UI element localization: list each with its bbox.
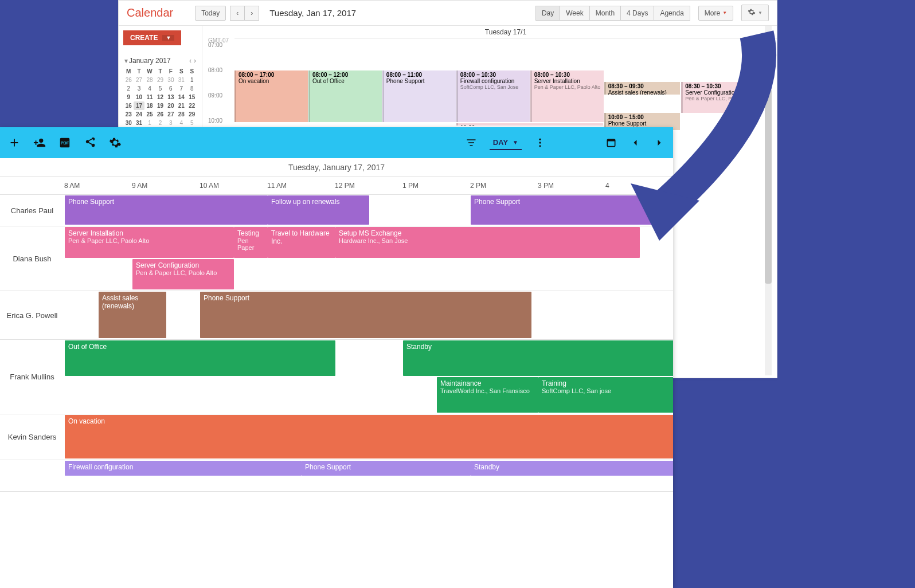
mini-day[interactable]: 13 [166, 93, 176, 101]
view-tab-month[interactable]: Month [589, 6, 621, 21]
view-tab-4days[interactable]: 4 Days [620, 6, 654, 21]
scheduler-event[interactable]: Phone Support [200, 292, 531, 338]
create-button[interactable]: CREATE ▼ [123, 30, 181, 45]
mini-day[interactable]: 3 [166, 119, 176, 127]
mini-day[interactable]: 11 [144, 93, 155, 101]
mini-day[interactable]: 28 [176, 110, 186, 119]
mini-day[interactable]: 24 [134, 110, 144, 119]
scheduler-event[interactable]: Server InstallationPen & Paper LLC, Paol… [65, 227, 234, 258]
scheduler-event[interactable]: On vacation [65, 415, 673, 458]
more-button[interactable]: More ▼ [698, 6, 733, 21]
scheduler-event[interactable]: Phone Support [302, 461, 471, 476]
scheduler-event[interactable]: MaintainanceTravelWorld Inc., San Fransi… [437, 377, 538, 413]
mini-day[interactable]: 7 [176, 84, 186, 93]
add-person-icon[interactable] [33, 136, 46, 149]
scrollbar[interactable] [765, 26, 772, 375]
gcal-event[interactable]: 08:00 – 10:30 Firewall configurationSoft… [456, 70, 530, 122]
scheduler-event[interactable]: Phone Support [65, 195, 268, 225]
person-lane[interactable]: Out of OfficeStandbyMaintainanceTravelWo… [64, 340, 673, 414]
mini-day[interactable]: 27 [134, 76, 144, 84]
mini-day[interactable]: 26 [123, 76, 134, 84]
settings-button[interactable]: ▼ [741, 5, 769, 21]
scheduler-event[interactable]: TestingPen Paper [234, 227, 268, 258]
today-button[interactable]: Today [195, 6, 226, 21]
view-selector[interactable]: DAY ▼ [490, 136, 522, 150]
next-icon[interactable] [654, 137, 665, 148]
mini-day[interactable]: 18 [144, 101, 155, 110]
mini-day[interactable]: 14 [176, 93, 186, 101]
scheduler-event[interactable]: Server ConfigurationPen & Paper LLC, Pao… [132, 259, 234, 290]
mini-calendar[interactable]: MTWTFSS262728293031123456789101112131415… [123, 67, 197, 127]
view-tab-week[interactable]: Week [560, 6, 589, 21]
scheduler-event[interactable]: Assist sales (renewals) [99, 292, 166, 338]
mini-day[interactable]: 2 [155, 119, 165, 127]
mini-day[interactable]: 3 [134, 84, 144, 93]
mini-day[interactable]: 1 [187, 76, 197, 84]
person-lane[interactable]: Firewall configurationPhone SupportStand… [64, 460, 673, 491]
settings-icon[interactable] [109, 136, 122, 149]
gcal-event[interactable]: 08:00 – 12:00 Out of Office [308, 70, 382, 122]
view-tab-day[interactable]: Day [535, 6, 560, 21]
mini-day[interactable]: 1 [144, 119, 155, 127]
gcal-event[interactable]: 08:30 – 09:30 Assist sales (renewals) [604, 82, 681, 95]
overflow-menu-icon[interactable] [534, 137, 546, 148]
next-button[interactable]: › [244, 6, 259, 21]
mini-day[interactable]: 29 [187, 110, 197, 119]
mini-day[interactable]: 2 [123, 84, 134, 93]
mini-day[interactable]: 17 [134, 101, 144, 110]
mini-day[interactable]: 6 [166, 84, 176, 93]
mini-day[interactable]: 5 [187, 119, 197, 127]
caret-down-icon[interactable]: ▾ [123, 57, 129, 65]
scheduler-event[interactable]: TrainingSoftComp LLC, San jose [538, 377, 673, 413]
mini-day[interactable]: 30 [166, 76, 176, 84]
scheduler-event[interactable]: Firewall configuration [65, 461, 302, 476]
mini-day[interactable]: 25 [144, 110, 155, 119]
share-icon[interactable] [84, 136, 96, 149]
mini-day[interactable]: 19 [155, 101, 165, 110]
prev-button[interactable]: ‹ [230, 6, 245, 21]
gcal-event[interactable]: 08:30 – 10:30 Server ConfigurationPen & … [681, 82, 754, 113]
scheduler-event[interactable]: Standby [403, 340, 673, 376]
mini-day[interactable]: 26 [155, 110, 165, 119]
mini-day[interactable]: 20 [166, 101, 176, 110]
mini-next-icon[interactable]: › [193, 57, 197, 65]
mini-day[interactable]: 8 [187, 84, 197, 93]
gcal-event[interactable]: 08:00 – 11:00 Phone Support [382, 70, 456, 122]
scheduler-event[interactable]: Setup MS ExchangeHardware Inc., San Jose [335, 227, 640, 258]
person-lane[interactable]: Assist sales (renewals)Phone Support [64, 291, 673, 339]
prev-icon[interactable] [629, 137, 641, 148]
gcal-event[interactable]: 08:00 – 10:30 Server InstallationPen & P… [530, 70, 604, 122]
scheduler-event[interactable]: Phone Support [471, 195, 673, 225]
gcal-event[interactable]: 08:00 – 17:00 On vacation [234, 70, 308, 122]
person-lane[interactable]: Phone SupportFollow up on renewalsPhone … [64, 195, 673, 226]
mini-day[interactable]: 31 [176, 76, 186, 84]
pdf-icon[interactable]: PDF [58, 136, 71, 149]
view-tab-agenda[interactable]: Agenda [654, 6, 690, 21]
mini-day[interactable]: 27 [166, 110, 176, 119]
mini-day[interactable]: 4 [144, 84, 155, 93]
scheduler-event[interactable]: Travel to Hardware Inc. [268, 227, 335, 258]
mini-day[interactable]: 30 [123, 119, 134, 127]
mini-day[interactable]: 28 [144, 76, 155, 84]
create-dropdown-icon[interactable]: ▼ [162, 35, 174, 41]
scheduler-event[interactable]: Follow up on renewals [268, 195, 369, 225]
scheduler-event[interactable]: Out of Office [65, 340, 335, 376]
person-lane[interactable]: Server InstallationPen & Paper LLC, Paol… [64, 226, 673, 291]
mini-day[interactable]: 22 [187, 101, 197, 110]
add-icon[interactable] [8, 136, 21, 149]
mini-day[interactable]: 5 [155, 84, 165, 93]
mini-day[interactable]: 23 [123, 110, 134, 119]
gcal-event[interactable]: 10:30 TestingPen Paper LLC, Paolo [456, 123, 603, 126]
mini-day[interactable]: 16 [123, 101, 134, 110]
scrollbar-thumb[interactable] [765, 89, 772, 284]
scheduler-event[interactable]: Standby [471, 461, 673, 476]
mini-day[interactable]: 31 [134, 119, 144, 127]
mini-day[interactable]: 10 [134, 93, 144, 101]
filter-icon[interactable] [466, 137, 477, 148]
person-lane[interactable]: On vacation [64, 414, 673, 460]
mini-day[interactable]: 15 [187, 93, 197, 101]
mini-prev-icon[interactable]: ‹ [188, 57, 193, 65]
mini-day[interactable]: 12 [155, 93, 165, 101]
mini-day[interactable]: 21 [176, 101, 186, 110]
mini-day[interactable]: 9 [123, 93, 134, 101]
